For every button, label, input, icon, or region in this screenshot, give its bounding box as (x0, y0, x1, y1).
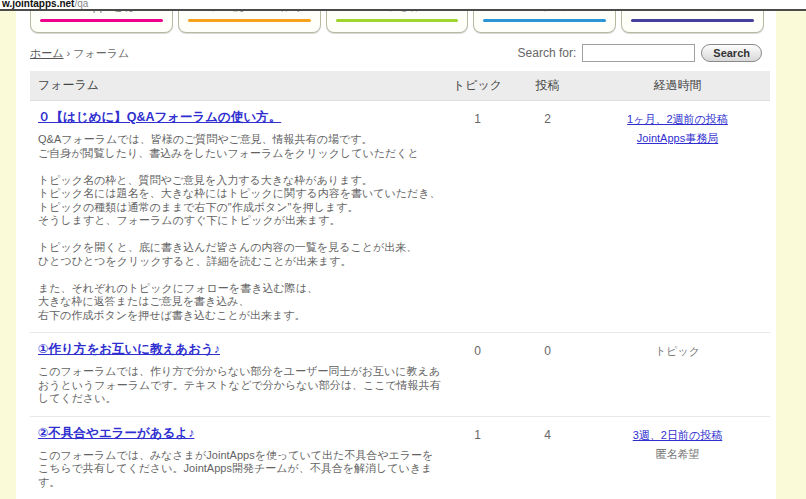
post-count: 2 (510, 107, 585, 322)
tab-underline-3 (483, 19, 606, 22)
forum-title-link[interactable]: ①作り方をお互いに教えあおう♪ (38, 341, 220, 358)
freshness-author: 匿名希望 (656, 447, 700, 462)
browser-statusbar: w.jointapps.net/qa (0, 0, 806, 11)
post-count: 4 (510, 423, 585, 490)
freshness-link[interactable]: 3週、2日前の投稿 (633, 428, 723, 443)
freshness-placeholder: トピック (655, 344, 700, 359)
search-area: Search for: Search (518, 44, 762, 62)
header-topics: トピック (445, 77, 510, 94)
topic-count: 0 (445, 339, 510, 406)
search-input[interactable] (582, 44, 695, 62)
header-freshness: 経過時間 (585, 77, 770, 94)
breadcrumb-current: フォーラム (73, 47, 129, 59)
forum-table-header: フォーラム トピック 投稿 経過時間 (30, 71, 770, 101)
freshness-author-link[interactable]: JointApps事務局 (637, 131, 718, 146)
search-label: Search for: (518, 46, 577, 60)
search-button[interactable]: Search (701, 44, 762, 62)
breadcrumb-separator: › (67, 47, 71, 59)
forum-row-0: ０【はじめに】Q&Aフォーラムの使い方。 Q&Aフォーラムでは、皆様のご質問やご… (30, 101, 770, 333)
forum-table: フォーラム トピック 投稿 経過時間 ０【はじめに】Q&Aフォーラムの使い方。 … (30, 71, 770, 499)
header-posts: 投稿 (510, 77, 585, 94)
main-panel: JointAppsとは? アプリの使い方・作り方 アプリを作る アプリ一覧 ニュ… (16, 11, 776, 499)
tab-underline-2 (336, 19, 459, 22)
breadcrumb: ホーム › フォーラム (30, 46, 129, 61)
forum-row-2: ②不具合やエラーがあるよ♪ このフォーラムでは、みなさまがJointAppsを使… (30, 417, 770, 499)
topic-count: 1 (445, 423, 510, 490)
nav-tab-strip: JointAppsとは? アプリの使い方・作り方 アプリを作る アプリ一覧 ニュ… (30, 11, 764, 33)
freshness-link[interactable]: 1ヶ月、2週前の投稿 (627, 112, 728, 127)
forum-row-1: ①作り方をお互いに教えあおう♪ このフォーラムでは、作り方で分からない部分をユー… (30, 333, 770, 417)
post-count: 0 (510, 339, 585, 406)
forum-title-link[interactable]: ②不具合やエラーがあるよ♪ (38, 425, 194, 442)
breadcrumb-home-link[interactable]: ホーム (30, 47, 64, 59)
topic-count: 1 (445, 107, 510, 322)
forum-title-link[interactable]: ０【はじめに】Q&Aフォーラムの使い方。 (38, 109, 281, 126)
forum-description: このフォーラムでは、みなさまがJointAppsを使っていて出た不具合やエラーを… (38, 449, 445, 490)
forum-description: このフォーラムでは、作り方で分からない部分をユーザー同士がお互いに教えあおうとい… (38, 365, 445, 406)
tab-underline-1 (188, 19, 311, 22)
statusbar-url: w.jointapps.net/qa (2, 0, 88, 9)
statusbar-url-path: /qa (74, 0, 88, 9)
tab-underline-4 (631, 19, 754, 22)
forum-description: Q&Aフォーラムでは、皆様のご質問やご意見、情報共有の場です。 ご自身が閲覧した… (38, 133, 445, 322)
header-forum: フォーラム (30, 77, 445, 94)
statusbar-url-host: w.jointapps.net (2, 0, 74, 9)
tab-underline-0 (40, 19, 163, 22)
